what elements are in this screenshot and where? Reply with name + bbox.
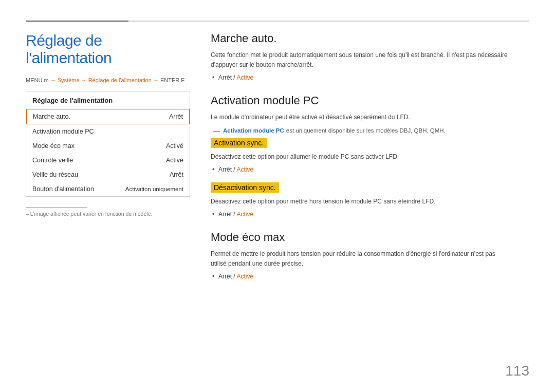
menu-item-mode-eco-value: Activé [166,142,183,150]
section-marche-auto: Marche auto. Cette fonction met le produ… [211,32,529,81]
marche-auto-options: Arrêt / Activé [211,74,529,81]
menu-item-mode-eco-label: Mode éco max [32,142,75,150]
desactivation-sync-options: Arrêt / Activé [211,211,529,218]
section-activation-title: Activation module PC [211,94,529,107]
breadcrumb-menu: MENU m [26,77,49,83]
menu-item-bouton-label: Bouton d'alimentation [32,185,94,193]
note-link: Activation module PC [223,127,284,134]
breadcrumb-system: Système [58,77,80,83]
footnote: – L'image affichée peut varier en foncti… [26,211,190,217]
mode-eco-active: Activé [236,273,253,280]
page-number: 113 [505,363,529,379]
menu-item-marche-auto[interactable]: Marche auto. Arrêt [26,109,190,124]
menu-item-controle-label: Contrôle veille [32,157,73,164]
activation-sync-options: Arrêt / Activé [211,166,529,173]
note-text: est uniquement disponible sur les modèle… [286,127,446,134]
menu-item-marche-auto-label: Marche auto. [33,113,70,120]
menu-item-bouton-alimentation[interactable]: Bouton d'alimentation Activation uniquem… [26,182,190,196]
activation-sync-desc: Désactivez cette option pour allumer le … [211,152,509,162]
breadcrumb-link: Réglage de l'alimentation [88,77,152,83]
menu-item-activation-label: Activation module PC [32,128,94,135]
menu-item-veille-value: Arrêt [170,171,183,178]
activation-sync-active: Activé [236,166,253,173]
menu-item-veille-label: Veille du réseau [32,171,78,178]
breadcrumb-arrow3: → [153,77,159,83]
breadcrumb-enter: ENTER E [160,77,185,83]
activation-sync-off: Arrêt [218,166,232,173]
menu-box: Réglage de l'alimentation Marche auto. A… [26,91,190,197]
menu-item-marche-auto-value: Arrêt [169,113,183,120]
marche-auto-active: Activé [236,74,253,81]
desactivation-sync-desc: Désactivez cette option pour mettre hors… [211,197,509,207]
left-column: Réglage de l'alimentation MENU m → Systè… [26,32,190,377]
page-title: Réglage de l'alimentation [26,32,190,67]
note-dash: ― [213,127,220,135]
menu-item-activation-module-pc[interactable]: Activation module PC [26,124,190,139]
section-mode-eco-title: Mode éco max [211,231,529,244]
marche-auto-off: Arrêt [218,74,232,81]
section-activation-note: ― Activation module PC est uniquement di… [211,127,529,135]
top-line [26,21,529,22]
desactivation-sync-label: Désactivation sync. [211,182,279,193]
section-activation-module-pc: Activation module PC Le module d'ordinat… [211,94,529,218]
subsection-activation-sync: Activation sync. Désactivez cette option… [211,138,529,173]
breadcrumb-arrow1: → [50,77,56,83]
breadcrumb-arrow2: → [81,77,87,83]
menu-item-mode-eco-max[interactable]: Mode éco max Activé [26,139,190,153]
desactivation-sync-active: Activé [236,211,253,218]
section-marche-auto-title: Marche auto. [211,32,529,45]
menu-item-veille-reseau[interactable]: Veille du réseau Arrêt [26,167,190,182]
desactivation-sync-off: Arrêt [218,211,232,218]
section-mode-eco-max: Mode éco max Permet de mettre le produit… [211,231,529,280]
menu-item-controle-veille[interactable]: Contrôle veille Activé [26,153,190,167]
mode-eco-off: Arrêt [218,273,232,280]
footnote-line [26,207,87,208]
section-mode-eco-desc: Permet de mettre le produit hors tension… [211,249,509,269]
breadcrumb: MENU m → Système → Réglage de l'alimenta… [26,77,190,83]
menu-box-title: Réglage de l'alimentation [26,91,190,109]
right-column: Marche auto. Cette fonction met le produ… [211,32,529,377]
mode-eco-options: Arrêt / Activé [211,273,529,280]
activation-sync-label: Activation sync. [211,138,267,148]
section-activation-desc: Le module d'ordinateur peut être activé … [211,113,509,122]
menu-item-bouton-value: Activation uniquement [125,186,183,192]
section-marche-auto-desc: Cette fonction met le produit automatiqu… [211,50,509,70]
menu-item-controle-value: Activé [166,157,183,164]
subsection-desactivation-sync: Désactivation sync. Désactivez cette opt… [211,182,529,218]
